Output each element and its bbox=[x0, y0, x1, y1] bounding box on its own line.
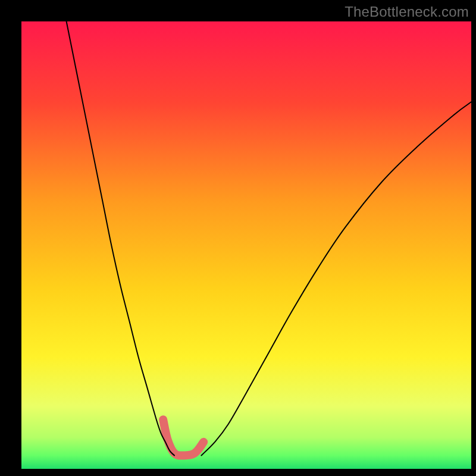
chart-background bbox=[21, 21, 471, 469]
chart-svg bbox=[21, 21, 471, 469]
bottleneck-chart bbox=[21, 21, 471, 469]
watermark-label: TheBottleneck.com bbox=[345, 4, 469, 20]
chart-frame: TheBottleneck.com bbox=[0, 0, 476, 476]
